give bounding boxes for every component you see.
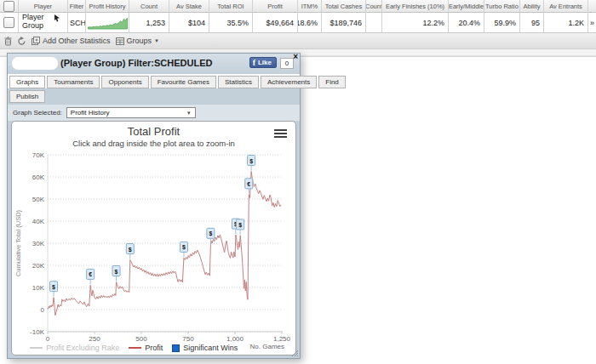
col-header-player[interactable]: Player xyxy=(19,0,68,13)
tab-achievements[interactable]: Achievements xyxy=(261,76,317,88)
svg-text:$: $ xyxy=(249,158,253,165)
significant-win-marker: € xyxy=(244,179,252,194)
col-header-early-finishes[interactable]: Early Finishes (10%) xyxy=(382,0,449,13)
col-header-profit-history[interactable]: Profit History xyxy=(86,0,129,13)
turbo-ratio-cell: 59.9% xyxy=(484,13,520,33)
add-other-statistics-button[interactable]: Add Other Statistics xyxy=(32,37,111,45)
like-count-badge: 0 xyxy=(280,58,294,69)
col-header-ability[interactable]: Ability xyxy=(520,0,544,13)
stats-table-header-row: Player Filter Profit History Count Av St… xyxy=(0,0,596,13)
legend-significant-wins[interactable]: Significant Wins xyxy=(172,344,238,352)
graph-selected-value: Profit History xyxy=(71,109,110,117)
col-header-turbo-ratio[interactable]: Turbo Ratio xyxy=(484,0,520,13)
x-tick-label: 1,250 xyxy=(272,335,290,343)
tab-tournaments[interactable]: Tournaments xyxy=(47,76,100,88)
col-header-count2[interactable]: Count xyxy=(366,0,382,13)
col-header-profit[interactable]: Profit xyxy=(253,0,298,13)
dropdown-caret-icon: ▼ xyxy=(186,111,192,116)
y-tick-label: 70K xyxy=(32,151,44,159)
significant-win-marker: $ xyxy=(49,282,57,297)
tab-graphs[interactable]: Graphs xyxy=(9,76,45,88)
col-header-early-middle[interactable]: Early/Middle xyxy=(449,0,484,13)
col-header-av-entrants[interactable]: Av Entrants xyxy=(544,0,588,13)
col-header-itm[interactable]: ITM% xyxy=(298,0,322,13)
graph-selected-label: Graph Selected: xyxy=(13,109,62,117)
col-header-total-cashes[interactable]: Total Cashes xyxy=(322,0,366,13)
col-header-av-stake[interactable]: Av Stake xyxy=(169,0,209,13)
red-line-swatch xyxy=(129,347,141,349)
stats-table: Player Filter Profit History Count Av St… xyxy=(0,0,596,57)
player-name: Player Group xyxy=(22,13,67,30)
chart-menu-icon[interactable] xyxy=(274,129,287,139)
add-statistics-icon xyxy=(32,37,40,45)
profit-cell: $49,664 xyxy=(253,13,298,33)
significant-win-marker: $ xyxy=(236,219,244,235)
count2-cell xyxy=(366,13,382,33)
tab-favourite-games[interactable]: Favourite Games xyxy=(151,76,216,88)
tab-opponents[interactable]: Opponents xyxy=(101,76,148,88)
popup-titlebar[interactable]: (Player Group) Filter:SCHEDULED f Like 0… xyxy=(8,54,300,74)
total-cashes-cell: $189,746 xyxy=(322,13,366,33)
filter-cell[interactable]: SCHEDU xyxy=(68,13,86,33)
svg-text:$: $ xyxy=(181,244,185,251)
profit-sparkline xyxy=(88,16,128,30)
redacted-player-name xyxy=(12,57,58,70)
like-label: Like xyxy=(258,59,272,66)
col-header-total-roi[interactable]: Total ROI xyxy=(209,0,253,13)
popup-tabs-row2: Publish xyxy=(8,88,300,105)
resize-handle-icon[interactable] xyxy=(291,350,299,357)
x-tick-label: 1,000 xyxy=(226,335,244,343)
refresh-icon[interactable] xyxy=(17,37,26,46)
legend-profit-excluding-rake[interactable]: Profit Excluding Rake xyxy=(30,344,119,352)
tab-statistics[interactable]: Statistics xyxy=(218,76,259,88)
x-tick-label: 250 xyxy=(89,335,100,343)
significant-win-marker: € xyxy=(86,269,94,284)
row-more-link[interactable]: » xyxy=(588,13,596,33)
header-filler-cell xyxy=(588,0,596,13)
groups-button[interactable]: Groups ▼ xyxy=(116,37,159,45)
select-all-checkbox[interactable] xyxy=(3,1,14,12)
facebook-like-button[interactable]: f Like xyxy=(249,57,277,68)
profit-line-series xyxy=(48,172,281,316)
row-checkbox[interactable] xyxy=(3,17,14,28)
popup-tabs-row1: Graphs Tournaments Opponents Favourite G… xyxy=(8,74,300,88)
av-entrants-cell: 1.2K xyxy=(544,13,588,33)
col-header-filter[interactable]: Filter xyxy=(68,0,86,13)
av-stake-cell: $104 xyxy=(169,13,209,33)
tab-find[interactable]: Find xyxy=(318,76,346,88)
profit-chart-plot-area[interactable]: 70K60K50K40K30K20K10K0-10K02505007501,00… xyxy=(13,148,295,344)
tab-publish[interactable]: Publish xyxy=(9,90,45,103)
chart-legend: Profit Excluding Rake Profit Significant… xyxy=(12,344,255,352)
close-icon[interactable]: × xyxy=(293,53,298,61)
svg-text:€: € xyxy=(89,271,92,277)
y-tick-label: 40K xyxy=(32,218,44,225)
profit-history-cell[interactable] xyxy=(86,13,129,33)
table-toolbar: Add Other Statistics Groups ▼ xyxy=(0,33,596,49)
x-tick-label: 500 xyxy=(135,335,147,343)
svg-text:€: € xyxy=(247,181,250,187)
groups-label: Groups xyxy=(127,37,152,45)
y-tick-label: 20K xyxy=(32,262,44,270)
col-header-count[interactable]: Count xyxy=(129,0,169,13)
row-checkbox-cell xyxy=(0,13,19,33)
x-tick-label: 0 xyxy=(45,335,49,343)
count-cell: 1,253 xyxy=(129,13,169,33)
early-middle-cell: 20.4% xyxy=(449,13,484,33)
svg-text:$: $ xyxy=(114,269,117,276)
trash-icon[interactable] xyxy=(4,37,12,46)
graph-selector-row: Graph Selected: Profit History ▼ xyxy=(8,105,300,121)
chart-subtitle: Click and drag inside the plot area to z… xyxy=(12,139,295,148)
x-tick-label: 750 xyxy=(182,335,194,343)
table-row[interactable]: Player Group SCHEDU 1,253 $104 35.5% $49… xyxy=(0,13,596,33)
player-cell[interactable]: Player Group xyxy=(19,13,68,33)
significant-win-marker: $ xyxy=(112,266,120,282)
y-tick-label: 30K xyxy=(32,240,44,247)
graph-selected-dropdown[interactable]: Profit History ▼ xyxy=(66,107,196,118)
significant-win-marker: $ xyxy=(206,228,214,243)
popup-title: (Player Group) Filter:SCHEDULED xyxy=(60,58,212,68)
profit-chart-panel: Total Profit Click and drag inside the p… xyxy=(11,121,296,355)
significant-win-marker: $ xyxy=(180,242,187,257)
header-checkbox-cell xyxy=(0,0,19,13)
legend-profit[interactable]: Profit xyxy=(129,344,163,352)
blue-square-swatch xyxy=(172,344,180,352)
